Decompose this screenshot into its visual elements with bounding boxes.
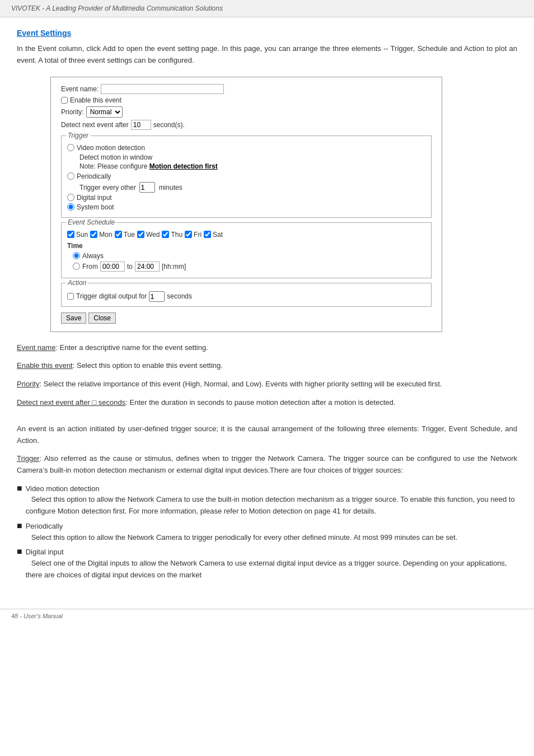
mon-label: Mon	[99, 231, 112, 239]
sun-group: Sun	[67, 231, 88, 239]
desc-event-name-term: Event name	[17, 343, 55, 352]
always-radio[interactable]	[73, 252, 80, 259]
mon-checkbox[interactable]	[90, 231, 97, 238]
bullets: ■ Video motion detection Select this opt…	[17, 483, 517, 581]
trigger-section: Trigger Video motion detection Detect mo…	[61, 136, 432, 218]
wed-label: Wed	[146, 231, 160, 239]
trigger-digital-checkbox[interactable]	[67, 293, 74, 300]
event-name-label: Event name:	[61, 85, 99, 93]
periodically-radio[interactable]	[67, 172, 74, 180]
always-row: Always	[73, 252, 425, 260]
bullet-body-1: Video motion detection Select this optio…	[26, 483, 517, 517]
to-input[interactable]	[135, 262, 160, 272]
detect-next-row: Detect next event after second(s).	[61, 120, 432, 130]
desc-detect-text: : Enter the duration in seconds to pause…	[125, 398, 395, 407]
button-row: Save Close	[61, 312, 432, 324]
action-row: Trigger digital output for seconds	[67, 291, 425, 302]
desc-detect-term: Detect next event after □ seconds	[17, 398, 125, 407]
thu-label: Thu	[171, 231, 182, 239]
footer: 48 - User's Manual	[0, 609, 534, 623]
schedule-section-label: Event Schedule	[66, 218, 116, 226]
section-title: Event Settings	[17, 29, 517, 38]
bullet-dot-3: ■	[17, 547, 22, 556]
body-para1: An event is an action initiated by user-…	[17, 423, 517, 447]
wed-checkbox[interactable]	[137, 231, 144, 238]
trigger-digital-input[interactable]	[149, 291, 165, 302]
close-button[interactable]: Close	[88, 312, 116, 324]
from-input[interactable]	[100, 262, 125, 272]
desc-enable-text: : Select this option to enable this even…	[73, 361, 223, 370]
system-boot-radio[interactable]	[67, 203, 74, 211]
save-button[interactable]: Save	[61, 312, 86, 324]
desc-enable-term: Enable this event	[17, 361, 73, 370]
event-name-row: Event name:	[61, 84, 432, 94]
note-indent: Note: Please configure Motion detection …	[79, 162, 425, 170]
detect-value-input[interactable]	[131, 120, 151, 130]
priority-select[interactable]: Normal High Low	[86, 106, 123, 118]
bullet-digital-input: ■ Digital input Select one of the Digita…	[17, 547, 517, 581]
desc-event-name: Event name: Enter a descriptive name for…	[17, 342, 517, 354]
bullet-sub-1: Select this option to allow the Network …	[26, 495, 515, 515]
header-title: VIVOTEK - A Leading Provider of Multimed…	[11, 4, 223, 12]
trigger-def-para: Trigger: Also referred as the cause or s…	[17, 453, 517, 477]
periodically-row: Periodically	[67, 172, 425, 180]
event-settings-form: Event name: Enable this event Priority: …	[50, 77, 442, 332]
from-label: From	[82, 263, 98, 270]
trigger-def-term: Trigger	[17, 454, 40, 463]
bullet-video-motion: ■ Video motion detection Select this opt…	[17, 483, 517, 517]
trigger-every-input[interactable]	[139, 182, 155, 193]
digital-input-row: Digital input	[67, 194, 425, 202]
trigger-section-label: Trigger	[66, 132, 90, 139]
digital-input-radio[interactable]	[67, 194, 74, 201]
desc-event-name-text: : Enter a descriptive name for the event…	[55, 343, 208, 352]
event-name-input[interactable]	[101, 84, 224, 94]
mon-group: Mon	[90, 231, 112, 239]
priority-label: Priority:	[61, 108, 84, 116]
sat-checkbox[interactable]	[204, 231, 211, 238]
tue-group: Tue	[115, 231, 135, 239]
video-motion-row: Video motion detection	[67, 144, 425, 152]
tue-checkbox[interactable]	[115, 231, 122, 238]
enable-checkbox[interactable]	[61, 97, 68, 104]
from-row: From to [hh:mm]	[73, 262, 425, 272]
thu-group: Thu	[162, 231, 182, 239]
sun-checkbox[interactable]	[67, 231, 74, 238]
enable-row: Enable this event	[61, 96, 432, 104]
detect-motion-label: Detect motion in window	[79, 153, 152, 161]
priority-row: Priority: Normal High Low	[61, 106, 432, 118]
bullet-term-1: Video motion detection	[26, 484, 100, 493]
days-row: Sun Mon Tue Wed	[67, 231, 425, 239]
intro-text: In the Event column, click Add to open t…	[17, 43, 517, 67]
thu-checkbox[interactable]	[162, 231, 169, 238]
bullet-periodically: ■ Periodically Select this option to all…	[17, 521, 517, 543]
action-box: Action Trigger digital output for second…	[61, 283, 432, 307]
trigger-every-label: Trigger every other	[79, 184, 136, 192]
fri-label: Fri	[194, 231, 202, 239]
hhmm-label: [hh:mm]	[162, 263, 186, 270]
seconds-label: seconds	[167, 292, 192, 300]
fri-checkbox[interactable]	[185, 231, 192, 238]
always-label: Always	[82, 252, 104, 260]
system-boot-row: System boot	[67, 203, 425, 211]
action-section-label: Action	[66, 279, 88, 287]
video-motion-label: Video motion detection	[77, 144, 145, 152]
schedule-section-wrapper: Event Schedule Sun Mon Tue	[61, 222, 432, 278]
trigger-every-indent: Trigger every other minutes	[79, 182, 425, 193]
header-bar: VIVOTEK - A Leading Provider of Multimed…	[0, 0, 534, 17]
detect-after-label: second(s).	[153, 121, 185, 129]
desc-detect: Detect next event after □ seconds: Enter…	[17, 397, 517, 409]
motion-detection-link[interactable]: Motion detection first	[149, 162, 218, 170]
video-motion-radio[interactable]	[67, 144, 74, 151]
bullet-dot-2: ■	[17, 521, 22, 530]
detect-before-label: Detect next event after	[61, 121, 129, 129]
fri-group: Fri	[185, 231, 202, 239]
desc-enable: Enable this event: Select this option to…	[17, 360, 517, 372]
periodically-label: Periodically	[77, 172, 111, 180]
from-radio[interactable]	[73, 263, 80, 270]
bullet-body-2: Periodically Select this option to allow…	[26, 521, 458, 543]
action-section-wrapper: Action Trigger digital output for second…	[61, 283, 432, 307]
bullet-body-3: Digital input Select one of the Digital …	[26, 547, 517, 581]
desc-priority-term: Priority	[17, 380, 39, 388]
sat-label: Sat	[213, 231, 223, 239]
time-label: Time	[67, 242, 425, 250]
